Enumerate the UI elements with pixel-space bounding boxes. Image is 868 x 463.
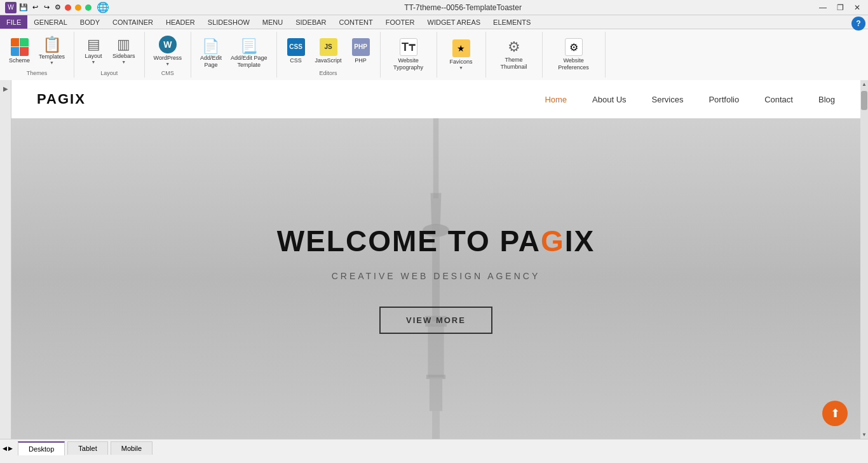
ribbon: Scheme 📋 Templates ▼ Themes ▤ Layout ▼ ▥… xyxy=(0,29,868,80)
thumbnail-label: Theme Thumbnail xyxy=(495,57,533,71)
typography-button[interactable]: Tᴛ Website Typography xyxy=(386,36,431,74)
menu-slideshow[interactable]: SLIDESHOW xyxy=(201,15,256,29)
ribbon-editors-group: 📄 Add/EditPage 📃 Add/Edit PageTemplate xyxy=(191,32,277,78)
svg-rect-0 xyxy=(433,118,438,198)
menu-header[interactable]: HEADER xyxy=(159,15,201,29)
ribbon-thumbnail-group: ⚙ Theme Thumbnail xyxy=(486,32,543,78)
window-title: TT-7theme--0056-TemplateToaster xyxy=(404,3,522,12)
favicons-button[interactable]: ★ Favicons ▼ xyxy=(442,37,480,73)
sidebars-button[interactable]: ▥ Sidebars ▼ xyxy=(109,35,139,67)
tab-tablet[interactable]: Tablet xyxy=(67,441,107,455)
tab-desktop[interactable]: Desktop xyxy=(18,441,65,455)
nav-contact[interactable]: Contact xyxy=(764,95,793,104)
nav-services[interactable]: Services xyxy=(652,95,684,104)
hero-view-more-button[interactable]: VIEW MORE xyxy=(379,307,492,334)
preview-nav: Home About Us Services Portfolio Contact… xyxy=(545,95,835,104)
js-icon: JS xyxy=(320,38,337,56)
hero-title-pre: WELCOME TO PA xyxy=(277,225,541,258)
layout-label: Layout xyxy=(85,53,102,60)
menu-menu[interactable]: MENU xyxy=(256,15,289,29)
preferences-icon: ⚙ xyxy=(565,38,583,56)
favicons-items: ★ Favicons ▼ xyxy=(442,33,480,76)
redo-icon[interactable]: ↪ xyxy=(42,3,51,12)
minimize-button[interactable]: — xyxy=(817,3,829,12)
typography-icon: Tᴛ xyxy=(400,38,417,56)
scroll-right-arrow[interactable]: ▶ xyxy=(8,445,13,452)
hero-section: WELCOME TO PAGIX CREATIVE WEB DESIGN AGE… xyxy=(11,118,860,439)
wordpress-label: WordPress xyxy=(154,55,182,62)
hero-content: WELCOME TO PAGIX CREATIVE WEB DESIGN AGE… xyxy=(277,224,595,334)
ribbon-themes-group: Scheme 📋 Templates ▼ Themes xyxy=(0,32,74,78)
restore-button[interactable]: ❐ xyxy=(834,3,846,12)
menu-footer[interactable]: FOOTER xyxy=(379,15,421,29)
nav-blog[interactable]: Blog xyxy=(818,95,835,104)
js-button[interactable]: JS JavaScript xyxy=(311,36,346,67)
add-edit-template-button[interactable]: 📃 Add/Edit PageTemplate xyxy=(227,37,271,71)
svg-rect-6 xyxy=(426,375,445,379)
thumbnail-icon: ⚙ xyxy=(508,39,520,55)
browser-icon-red xyxy=(65,4,71,11)
add-edit-template-label: Add/Edit PageTemplate xyxy=(231,55,268,69)
typography-items: Tᴛ Website Typography xyxy=(386,33,431,76)
hero-title: WELCOME TO PAGIX xyxy=(277,224,595,258)
php-button[interactable]: PHP PHP xyxy=(347,36,375,67)
add-edit-page-label: Add/EditPage xyxy=(200,55,222,69)
preferences-items: ⚙ Website Preferences xyxy=(548,33,600,76)
title-bar-left: W 💾 ↩ ↪ ⚙ 🌐 xyxy=(5,1,109,13)
thumbnail-button[interactable]: ⚙ Theme Thumbnail xyxy=(491,36,537,73)
css-button[interactable]: CSS CSS xyxy=(282,36,310,67)
close-button[interactable]: ✕ xyxy=(851,3,863,12)
undo-icon[interactable]: ↩ xyxy=(31,3,39,12)
themes-items: Scheme 📋 Templates ▼ xyxy=(5,33,69,69)
nav-portfolio[interactable]: Portfolio xyxy=(709,95,739,104)
bottom-bar: ◀ ▶ Desktop Tablet Mobile xyxy=(0,439,868,457)
nav-home[interactable]: Home xyxy=(545,95,567,104)
svg-rect-7 xyxy=(430,379,442,411)
menu-content[interactable]: CONTENT xyxy=(333,15,379,29)
preferences-label: Website Preferences xyxy=(552,57,596,71)
editors-label: Editors xyxy=(320,70,337,76)
menu-widget-areas[interactable]: WIDGET AREAS xyxy=(421,15,487,29)
scheme-button[interactable]: Scheme xyxy=(5,36,34,67)
favicons-icon: ★ xyxy=(452,39,470,57)
ribbon-preferences-group: ⚙ Website Preferences xyxy=(543,32,606,78)
layout-button[interactable]: ▤ Layout ▼ xyxy=(79,35,107,67)
scheme-label: Scheme xyxy=(9,57,30,64)
help-button[interactable]: ? xyxy=(851,17,865,31)
menu-body[interactable]: BODY xyxy=(74,15,106,29)
save-icon[interactable]: 💾 xyxy=(19,3,28,12)
sidebar-toggle[interactable]: ▶ xyxy=(0,80,11,439)
templates-button[interactable]: 📋 Templates ▼ xyxy=(35,34,69,67)
tab-mobile[interactable]: Mobile xyxy=(111,441,153,455)
wordpress-icon: W xyxy=(159,36,177,53)
svg-marker-1 xyxy=(431,193,442,225)
scroll-left-arrow[interactable]: ◀ xyxy=(3,445,7,452)
scrollbar-thumb[interactable] xyxy=(861,91,867,110)
scroll-up-button[interactable]: ⬆ xyxy=(822,401,848,426)
templates-label: Templates xyxy=(39,53,65,60)
scrollbar-right[interactable]: ▲ ▼ xyxy=(860,80,868,439)
preview-logo: PAGIX xyxy=(37,91,86,107)
menu-elements[interactable]: ELEMENTS xyxy=(487,15,537,29)
thumbnail-items: ⚙ Theme Thumbnail xyxy=(491,33,537,76)
browser-icon-orange xyxy=(75,4,81,11)
add-edit-page-icon: 📄 xyxy=(202,39,219,53)
debug-icon[interactable]: ⚙ xyxy=(53,3,62,12)
menu-file[interactable]: FILE xyxy=(0,15,27,29)
add-edit-page-button[interactable]: 📄 Add/EditPage xyxy=(196,37,226,71)
menu-bar: FILE GENERAL BODY CONTAINER HEADER SLIDE… xyxy=(0,15,868,29)
browser-icon-green xyxy=(85,4,92,11)
scroll-down-arrow[interactable]: ▼ xyxy=(860,431,868,439)
scheme-icon xyxy=(11,38,29,56)
preferences-button[interactable]: ⚙ Website Preferences xyxy=(548,36,600,74)
main-area: ▶ PAGIX Home About Us Services Portfolio… xyxy=(0,80,868,439)
scroll-up-arrow[interactable]: ▲ xyxy=(860,80,868,88)
window-controls: — ❐ ✕ xyxy=(817,3,863,12)
menu-container[interactable]: CONTAINER xyxy=(106,15,159,29)
hero-title-highlight: G xyxy=(541,225,565,258)
cms-items: W WordPress ▼ xyxy=(150,33,186,69)
menu-sidebar[interactable]: SIDEBAR xyxy=(289,15,332,29)
nav-about[interactable]: About Us xyxy=(592,95,626,104)
menu-general[interactable]: GENERAL xyxy=(27,15,74,29)
wordpress-button[interactable]: W WordPress ▼ xyxy=(150,33,186,69)
